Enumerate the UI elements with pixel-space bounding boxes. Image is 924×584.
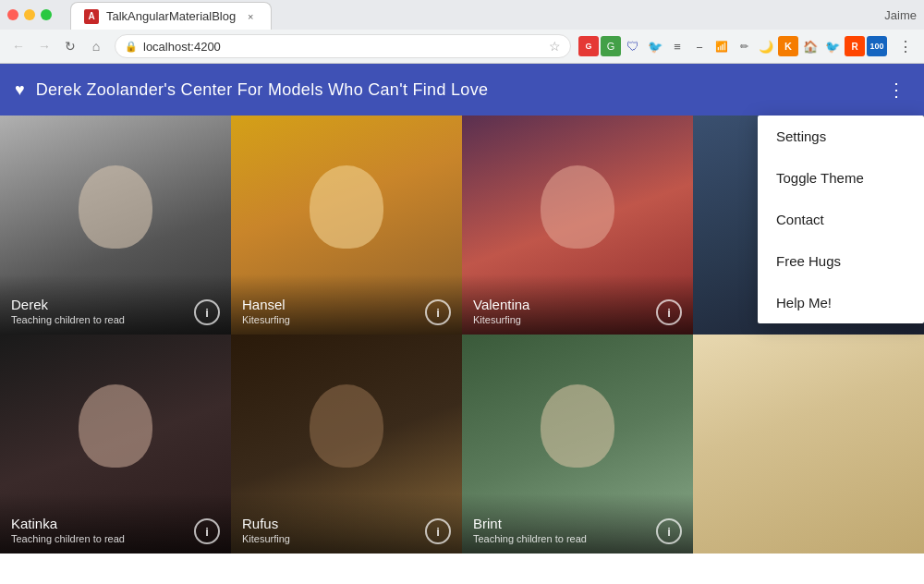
ext-t-icon[interactable]: 🐦 — [822, 36, 843, 56]
card-rufus-overlay: Rufus Kitesurfing i — [231, 493, 462, 554]
card-rufus-info-button[interactable]: i — [425, 518, 451, 544]
home-button[interactable]: ⌂ — [85, 35, 107, 57]
card-derek-desc: Teaching children to read — [11, 314, 125, 325]
model-card-derek[interactable]: Derek Teaching children to read i — [0, 116, 231, 335]
card-katinka-info: Katinka Teaching children to read — [11, 516, 125, 544]
card-valentina-info: Valentina Kitesurfing — [473, 297, 529, 325]
card-brint-info-button[interactable]: i — [656, 518, 682, 544]
menu-item-free-hugs[interactable]: Free Hugs — [758, 240, 924, 282]
card-hansel-desc: Kitesurfing — [242, 314, 290, 325]
app-content: ♥ Derek Zoolander's Center For Models Wh… — [0, 64, 924, 555]
card-brint-info: Brint Teaching children to read — [473, 516, 587, 544]
card-derek-overlay: Derek Teaching children to read i — [0, 274, 231, 335]
profile-name: Jaime — [884, 8, 917, 22]
card-rufus-name: Rufus — [242, 516, 290, 532]
model-card-valentina[interactable]: Valentina Kitesurfing i — [462, 116, 693, 335]
card-derek-info-button[interactable]: i — [194, 299, 220, 325]
card-derek-name: Derek — [11, 297, 125, 313]
tab-title: TalkAngularMaterialBlog — [106, 9, 236, 23]
card-rufus-info: Rufus Kitesurfing — [242, 516, 290, 544]
dropdown-menu: Settings Toggle Theme Contact Free Hugs … — [758, 116, 924, 323]
menu-item-contact[interactable]: Contact — [758, 199, 924, 240]
card-valentina-info-button[interactable]: i — [656, 299, 682, 325]
menu-item-help[interactable]: Help Me! — [758, 282, 924, 323]
forward-button[interactable]: → — [33, 35, 55, 57]
toolbar-title: Derek Zoolander's Center For Models Who … — [36, 80, 489, 100]
title-bar: A TalkAngularMaterialBlog × Jaime — [0, 0, 924, 30]
card-brint-overlay: Brint Teaching children to read i — [462, 493, 693, 554]
model-card-brint[interactable]: Brint Teaching children to read i — [462, 335, 693, 554]
browser-chrome: A TalkAngularMaterialBlog × Jaime ← → ↻ … — [0, 0, 924, 64]
ext-moon-icon[interactable]: 🌙 — [756, 36, 776, 56]
refresh-button[interactable]: ↻ — [59, 35, 81, 57]
ext-layers-icon[interactable]: ≡ — [667, 36, 687, 56]
ext-home-icon[interactable]: 🏠 — [800, 36, 821, 56]
lock-icon: 🔒 — [125, 41, 138, 53]
card-rufus-desc: Kitesurfing — [242, 533, 290, 544]
card-hansel-overlay: Hansel Kitesurfing i — [231, 274, 462, 335]
extension-icons: G G 🛡 🐦 ≡ – 📶 ✏ 🌙 K 🏠 🐦 R 100 — [578, 36, 887, 56]
menu-item-toggle-theme[interactable]: Toggle Theme — [758, 157, 924, 199]
model-card-hansel[interactable]: Hansel Kitesurfing i — [231, 116, 462, 335]
card-hansel-name: Hansel — [242, 297, 290, 313]
tab-favicon: A — [84, 9, 99, 24]
ext-r-icon[interactable]: R — [845, 36, 865, 56]
card-valentina-overlay: Valentina Kitesurfing i — [462, 274, 693, 335]
card-katinka-info-button[interactable]: i — [194, 518, 220, 544]
ext-shield-icon[interactable]: 🛡 — [623, 36, 643, 56]
toolbar-menu-button[interactable]: ⋮ — [883, 75, 909, 104]
ext-dash-icon[interactable]: – — [689, 36, 710, 56]
menu-item-settings[interactable]: Settings — [758, 116, 924, 157]
card-hansel-info: Hansel Kitesurfing — [242, 297, 290, 325]
ext-badge-icon[interactable]: 100 — [867, 36, 887, 56]
browser-tab[interactable]: A TalkAngularMaterialBlog × — [70, 2, 272, 30]
card-derek-info: Derek Teaching children to read — [11, 297, 125, 325]
model-card-katinka[interactable]: Katinka Teaching children to read i — [0, 335, 231, 554]
browser-more-button[interactable]: ⋮ — [894, 35, 917, 57]
tab-close-button[interactable]: × — [243, 9, 258, 24]
heart-icon: ♥ — [15, 80, 25, 100]
toolbar: ♥ Derek Zoolander's Center For Models Wh… — [0, 64, 924, 116]
card-brint-name: Brint — [473, 516, 587, 532]
card-hansel-info-button[interactable]: i — [425, 299, 451, 325]
model-card-eighth[interactable] — [693, 335, 924, 554]
ext-bird-icon[interactable]: 🐦 — [645, 36, 665, 56]
star-icon[interactable]: ☆ — [549, 39, 561, 54]
card-valentina-desc: Kitesurfing — [473, 314, 529, 325]
card-brint-desc: Teaching children to read — [473, 533, 587, 544]
url-text: localhost:4200 — [143, 40, 543, 54]
ext-wifi-icon[interactable]: 📶 — [711, 36, 732, 56]
nav-buttons: ← → ↻ ⌂ — [7, 35, 107, 57]
window-controls — [7, 9, 52, 20]
maximize-window-button[interactable] — [41, 9, 52, 20]
close-window-button[interactable] — [7, 9, 18, 20]
model-card-rufus[interactable]: Rufus Kitesurfing i — [231, 335, 462, 554]
card-eighth-bg — [693, 335, 924, 554]
address-bar: ← → ↻ ⌂ 🔒 localhost:4200 ☆ G G 🛡 🐦 ≡ – 📶… — [0, 30, 924, 63]
ext-k-icon[interactable]: K — [778, 36, 798, 56]
url-bar[interactable]: 🔒 localhost:4200 ☆ — [115, 34, 571, 58]
card-katinka-desc: Teaching children to read — [11, 533, 125, 544]
card-valentina-name: Valentina — [473, 297, 529, 313]
card-katinka-overlay: Katinka Teaching children to read i — [0, 493, 231, 554]
card-katinka-name: Katinka — [11, 516, 125, 532]
tab-bar: A TalkAngularMaterialBlog × — [63, 0, 279, 30]
minimize-window-button[interactable] — [24, 9, 35, 20]
ext-green-icon[interactable]: G — [601, 36, 621, 56]
back-button[interactable]: ← — [7, 35, 30, 57]
ext-pen-icon[interactable]: ✏ — [734, 36, 754, 56]
ext-color-icon[interactable]: G — [578, 36, 599, 56]
